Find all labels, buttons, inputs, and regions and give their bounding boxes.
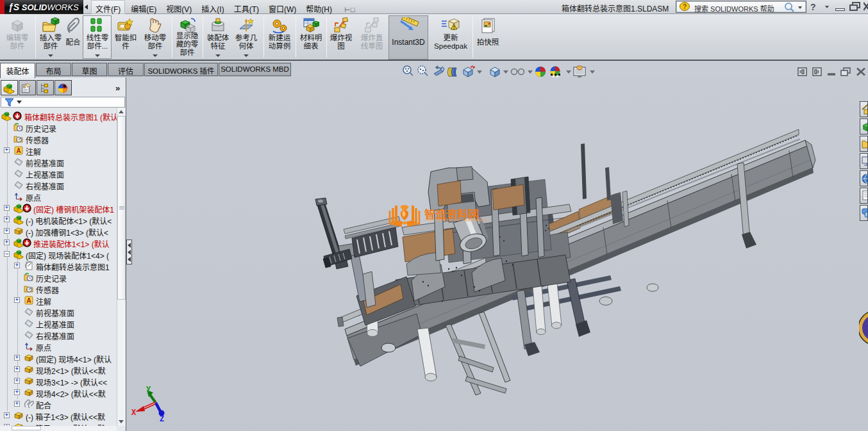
svg-text:X: X [131,409,137,418]
svg-text:Z: Z [160,415,164,422]
svg-text:Y: Y [146,386,151,394]
svg-text:?: ? [683,3,687,10]
